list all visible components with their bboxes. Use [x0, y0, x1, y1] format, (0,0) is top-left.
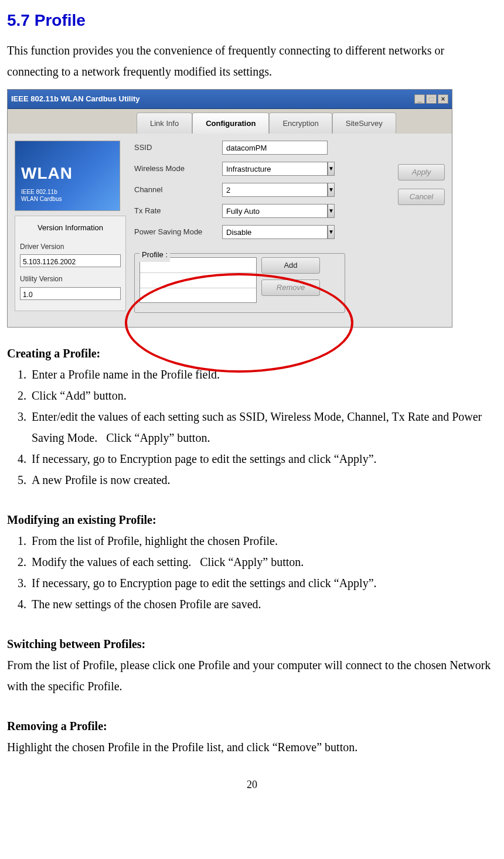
utility-version-label: Utility Version: [20, 273, 121, 286]
close-icon[interactable]: ×: [438, 94, 448, 104]
tabs-row: Link Info Configuration Encryption SiteS…: [8, 109, 452, 134]
list-item[interactable]: [140, 273, 256, 288]
section-heading: 5.7 Profile: [7, 6, 497, 35]
chevron-down-icon[interactable]: ▼: [328, 162, 335, 176]
list-item[interactable]: [140, 288, 256, 304]
list-item: If necessary, go to Encryption page to e…: [29, 572, 497, 594]
titlebar: IEEE 802.11b WLAN Cardbus Utility _ □ ×: [8, 90, 452, 108]
maximize-icon: □: [426, 94, 437, 104]
channel-label: Channel: [134, 183, 222, 196]
list-item: If necessary, go to Encryption page to e…: [29, 448, 497, 469]
cancel-button[interactable]: Cancel: [398, 189, 445, 205]
utility-version-value: 1.0: [20, 287, 121, 300]
wireless-mode-select[interactable]: [222, 162, 328, 176]
tab-sitesurvey[interactable]: SiteSurvey: [332, 113, 396, 134]
section-number: 5.7: [7, 11, 30, 29]
tab-link-info[interactable]: Link Info: [137, 113, 192, 134]
modifying-heading: Modifying an existing Profile:: [7, 509, 497, 530]
removing-heading: Removing a Profile:: [7, 715, 497, 737]
ssid-input[interactable]: [222, 141, 328, 155]
minimize-icon[interactable]: _: [414, 94, 425, 104]
profile-fieldset: Profile : Add Remove: [134, 253, 345, 313]
window-title: IEEE 802.11b WLAN Cardbus Utility: [11, 92, 140, 105]
creating-steps: Enter a Profile name in the Profile fiel…: [7, 364, 497, 490]
chevron-down-icon[interactable]: ▼: [328, 204, 335, 218]
app-body: WLAN IEEE 802.11b WLAN Cardbus Version I…: [8, 134, 452, 327]
chevron-down-icon[interactable]: ▼: [328, 225, 335, 239]
form-column: SSID Wireless Mode ▼ Channel: [134, 141, 445, 313]
ssid-label: SSID: [134, 141, 222, 154]
driver-version-value: 5.103.1126.2002: [20, 254, 121, 267]
wlan-banner-line2: WLAN Cardbus: [21, 196, 114, 203]
removing-text: Highlight the chosen Profile in the Prof…: [7, 737, 497, 758]
wlan-banner: WLAN IEEE 802.11b WLAN Cardbus: [15, 141, 120, 211]
list-item: Modify the values of each setting. Click…: [29, 551, 497, 572]
wlan-banner-line1: IEEE 802.11b: [21, 189, 114, 196]
left-column: WLAN IEEE 802.11b WLAN Cardbus Version I…: [15, 141, 126, 313]
list-item: Enter/edit the values of each setting su…: [29, 406, 497, 448]
page-number: 20: [7, 775, 497, 794]
list-item: From the list of Profile, highlight the …: [29, 530, 497, 551]
chevron-down-icon[interactable]: ▼: [328, 183, 335, 197]
remove-button[interactable]: Remove: [261, 279, 320, 296]
version-panel: Version Information Driver Version 5.103…: [15, 216, 126, 311]
version-title: Version Information: [20, 221, 121, 234]
modifying-steps: From the list of Profile, highlight the …: [7, 530, 497, 615]
add-button[interactable]: Add: [261, 257, 320, 274]
channel-select[interactable]: [222, 183, 328, 197]
list-item: The new settings of the chosen Profile a…: [29, 594, 497, 615]
powersave-label: Power Saving Mode: [134, 225, 222, 238]
list-item: Enter a Profile name in the Profile fiel…: [29, 364, 497, 385]
txrate-select[interactable]: [222, 204, 328, 218]
wireless-mode-label: Wireless Mode: [134, 162, 222, 175]
tab-configuration[interactable]: Configuration: [192, 113, 269, 134]
txrate-label: Tx Rate: [134, 204, 222, 217]
profile-list[interactable]: [139, 257, 257, 303]
list-item: Click “Add” button.: [29, 385, 497, 406]
apply-cancel-column: Apply Cancel: [380, 141, 445, 246]
titlebar-controls: _ □ ×: [414, 94, 448, 104]
powersave-select[interactable]: [222, 225, 328, 239]
wlan-banner-big: WLAN: [21, 159, 114, 188]
intro-paragraph: This function provides you the convenien…: [7, 40, 497, 82]
list-item: 5.A new Profile is now created.: [29, 469, 497, 490]
step-text: A new Profile is now created.: [32, 473, 171, 486]
tab-encryption[interactable]: Encryption: [269, 113, 332, 134]
switching-heading: Switching between Profiles:: [7, 633, 497, 655]
driver-version-label: Driver Version: [20, 241, 121, 254]
profile-legend: Profile :: [139, 248, 170, 261]
apply-button[interactable]: Apply: [398, 164, 445, 180]
app-window: IEEE 802.11b WLAN Cardbus Utility _ □ × …: [7, 89, 452, 328]
creating-heading: Creating a Profile:: [7, 343, 497, 364]
section-title-text: Profile: [35, 11, 86, 29]
switching-text: From the list of Profile, please click o…: [7, 655, 497, 697]
